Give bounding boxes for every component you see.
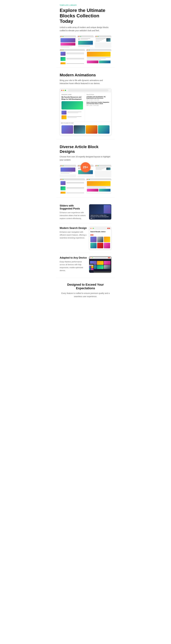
slider-dot-active (90, 218, 92, 218)
search-topbar: LIVE (89, 227, 111, 230)
feature-search: Modern Search Design Enhance user naviga… (60, 223, 111, 253)
article-card-4[interactable] (60, 178, 85, 194)
bottom-section: Designed to Exceed Your Expectations Eve… (56, 278, 115, 304)
slider-dot-2 (94, 218, 95, 218)
search-img: LIVE Search Results: device NEW (89, 227, 111, 250)
slider-mockup: Cybersecurity in Coding: Best Practices … (89, 204, 111, 220)
phone-card-1 (89, 266, 91, 268)
animations-title: Modern Animations (60, 73, 111, 78)
feature-device-text: Adapted to Any Device Enjoy flawless per… (60, 256, 87, 272)
search-content: Search Results: device NEW (89, 230, 111, 250)
phone-grid (89, 266, 94, 270)
browser-content: PERSONAL GUIDE My Favorite Resources and… (60, 92, 111, 135)
browser-article-1: Animation and Visualization: My Experime… (86, 96, 110, 99)
article-card-3[interactable] (95, 165, 111, 177)
badge-25: 25+ (80, 162, 90, 172)
search-results-title: Search Results: device (90, 231, 110, 232)
browser-sidebar: PERSONAL GUIDE My Favorite Resources and… (60, 92, 85, 122)
sliders-title: Sliders with Suggested Posts (60, 204, 87, 210)
article-card-5[interactable] (86, 178, 111, 194)
search-result-5 (97, 243, 104, 248)
phone-card-3 (89, 268, 91, 270)
article-grid-wrapper: 25+ (60, 165, 111, 194)
template-label: TEMPLATE LIBRARY (60, 4, 111, 6)
slider-content: Cybersecurity in Coding: Best Practices … (89, 214, 111, 220)
laptop-card-6 (104, 265, 110, 269)
template-card-1[interactable] (60, 36, 76, 48)
feature-search-text: Modern Search Design Enhance user naviga… (60, 227, 87, 239)
template-card-2[interactable] (77, 36, 94, 48)
search-title: Modern Search Design (60, 227, 87, 230)
browser-main-content: View All Posts Animation and Visualizati… (85, 92, 111, 122)
search-dot-green (93, 228, 94, 229)
search-result-badge: NEW (90, 233, 110, 236)
browser-article-2-meta: Mar 5, 2024 · 5 min read (86, 105, 110, 106)
template-card-5[interactable] (86, 49, 111, 64)
search-new-badge: NEW (90, 234, 94, 236)
laptop-card-5 (97, 265, 104, 269)
search-result-6 (104, 243, 110, 248)
search-dot-yellow (92, 228, 92, 229)
search-dot-red (90, 228, 91, 229)
browser-inner-grid: PERSONAL GUIDE My Favorite Resources and… (60, 92, 111, 122)
article-template-grid-row2 (60, 178, 111, 194)
browser-post-title: My Favorite Resources and Blogs for Self… (62, 96, 83, 100)
feature-device: Adapted to Any Device Enjoy flawless per… (60, 253, 111, 276)
bottom-title: Designed to Exceed Your Expectations (60, 283, 111, 290)
hero-title: Explore the Ultimate Blocks Collection T… (60, 8, 111, 24)
browser-urlbar (68, 89, 108, 92)
browser-featured-img (62, 101, 83, 110)
article-section: Diverse Article Block Designs Choose fro… (56, 140, 115, 198)
search-result-2 (97, 237, 104, 242)
browser-topbar (60, 88, 111, 92)
search-result-3 (104, 237, 110, 242)
browser-img-2 (74, 125, 85, 134)
slider-side-img (104, 205, 110, 213)
sliders-desc: Enhance user experience with interactive… (60, 211, 87, 220)
browser-dot-yellow (63, 90, 64, 91)
browser-article-2: How to Overcome Creative Stagnation and … (86, 102, 110, 104)
browser-img-1 (62, 125, 73, 134)
device-title: Adapted to Any Device (60, 256, 87, 259)
mini-post-img-1 (62, 110, 66, 114)
browser-dot-red (61, 90, 62, 91)
search-result-1 (90, 237, 96, 242)
bottom-desc: Every feature is crafted to ensure premi… (60, 292, 111, 298)
browser-mini-post-2 (62, 115, 83, 119)
slider-dots (90, 218, 110, 218)
search-results-grid (90, 237, 110, 248)
device-mockup: LIVE Projects (89, 256, 111, 273)
browser-img-3 (86, 125, 98, 134)
search-mockup: LIVE Search Results: device NEW (89, 227, 111, 250)
laptop-dot-y (91, 257, 92, 258)
article-subtitle: Choose from over 25 expertly designed la… (60, 155, 111, 162)
device-desc: Enjoy flawless performance across all de… (60, 260, 87, 272)
template-card-3[interactable] (95, 36, 111, 48)
hero-subtitle: Unlock a wide array of modern and unique… (60, 26, 111, 32)
phone-overlay (89, 264, 94, 273)
laptop-dot-r (90, 257, 91, 258)
search-desc: Enhance user navigation with efficient s… (60, 231, 87, 239)
phone-header (89, 265, 94, 266)
phone-card-4 (91, 268, 94, 270)
animations-subtitle: Bring your site to life with dynamic ani… (60, 79, 111, 85)
phone-card-2 (91, 266, 94, 268)
article-card-1[interactable] (60, 165, 76, 177)
badge-25-text: 25+ (83, 166, 88, 169)
browser-img-grid (60, 124, 111, 135)
mini-post-img-2 (62, 115, 66, 119)
feature-sliders-text: Sliders with Suggested Posts Enhance use… (60, 204, 87, 220)
browser-article-1-meta: Apr 12, 2024 · 8 min read (86, 99, 110, 100)
search-nav-bar (95, 228, 106, 229)
search-live-badge: LIVE (107, 228, 110, 229)
browser-dot-green (65, 90, 66, 91)
phone-notch-bar (90, 264, 92, 264)
laptop-topbar: LIVE (90, 257, 111, 259)
laptop-live: LIVE (108, 257, 110, 258)
laptop-urlbar (94, 257, 107, 258)
features-section: Sliders with Suggested Posts Enhance use… (56, 198, 115, 278)
template-grid-row2 (60, 49, 111, 64)
phone-content (89, 264, 94, 270)
template-card-4[interactable] (60, 49, 85, 64)
template-grid-row1 (60, 36, 111, 48)
